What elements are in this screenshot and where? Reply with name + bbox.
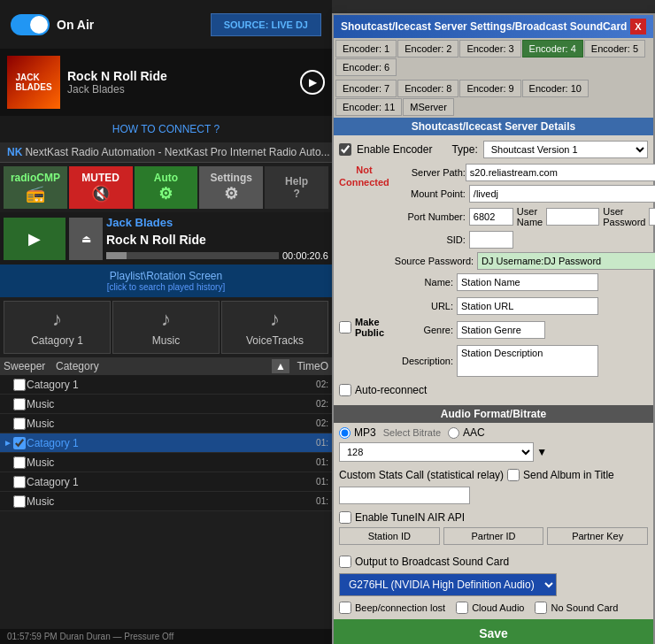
media-btn-2[interactable]: ♪ VoiceTracks bbox=[221, 301, 328, 354]
how-to-connect[interactable]: HOW TO CONNECT ? bbox=[0, 116, 332, 142]
encoder-tab-10[interactable]: Encoder: 10 bbox=[522, 80, 589, 97]
bitrate-select[interactable]: 128 bbox=[339, 442, 534, 462]
mount-point-input[interactable] bbox=[469, 185, 655, 203]
user-name-input[interactable] bbox=[546, 208, 599, 226]
transport-play-button[interactable]: ▶ bbox=[4, 218, 66, 260]
table-row[interactable]: Catagory 1 02: bbox=[0, 375, 332, 395]
port-input[interactable] bbox=[469, 208, 513, 226]
media-icon-2: ♪ bbox=[270, 308, 280, 331]
dialog-titlebar: Shoutcast/Icecast Server Settings/Broadc… bbox=[334, 15, 653, 38]
scroll-up-button[interactable]: ▲ bbox=[272, 359, 289, 373]
auto-reconnect-checkbox[interactable] bbox=[339, 384, 351, 396]
audio-format-body: MP3 Select Bitrate AAC 128 ▼ bbox=[334, 423, 653, 465]
row-time: 02: bbox=[295, 399, 328, 409]
name-row: Name: bbox=[391, 273, 598, 291]
aac-radio[interactable] bbox=[448, 427, 459, 439]
encoder-tab-mserver[interactable]: MServer bbox=[403, 98, 454, 116]
user-password-label: User Password bbox=[603, 206, 645, 227]
custom-stats-input[interactable] bbox=[339, 487, 470, 504]
playlist-screen[interactable]: Playlist\Rotation Screen [click to searc… bbox=[0, 264, 332, 297]
encoder-tab-5[interactable]: Encoder: 5 bbox=[584, 40, 645, 58]
nextkast-text: NextKast Radio Automation - NextKast Pro… bbox=[25, 146, 329, 158]
col-time: TimeO bbox=[293, 360, 328, 372]
genre-input[interactable] bbox=[457, 321, 545, 339]
encoder-tab-2[interactable]: Encoder: 2 bbox=[397, 40, 458, 58]
description-input[interactable]: Station Description bbox=[457, 345, 598, 377]
station-id-button[interactable]: Station ID bbox=[339, 527, 440, 545]
partner-id-button[interactable]: Partner ID bbox=[443, 527, 544, 545]
broadcast-device-select[interactable]: G276HL (NVIDIA High Definition Audio) bbox=[339, 573, 557, 596]
transport-stop-button[interactable]: ⏏ bbox=[69, 218, 103, 260]
table-row[interactable]: ► Catagory 1 01: bbox=[0, 433, 332, 453]
genre-label: Genre: bbox=[391, 325, 453, 335]
row-label: Music bbox=[27, 398, 295, 410]
bottom-status: 01:57:59 PM Duran Duran — Pressure Off bbox=[0, 629, 332, 644]
encoder-tabs: Encoder: 1 Encoder: 2 Encoder: 3 Encoder… bbox=[334, 38, 653, 78]
send-album-checkbox[interactable] bbox=[507, 469, 520, 481]
tunein-ids-row: Station ID Partner ID Partner Key bbox=[339, 527, 648, 545]
playlist-rows: Catagory 1 02: Music 02: Music 02: ► Cat… bbox=[0, 375, 332, 511]
row-checkbox[interactable] bbox=[12, 456, 27, 469]
beep-row: Beep/connection lost Cloud Audio No Soun… bbox=[334, 598, 653, 617]
save-button[interactable]: Save bbox=[334, 619, 653, 644]
table-row[interactable]: Catagory 1 01: bbox=[0, 472, 332, 492]
enable-encoder-checkbox[interactable] bbox=[339, 143, 351, 156]
row-checkbox[interactable] bbox=[12, 495, 27, 508]
broadcast-select-row: G276HL (NVIDIA High Definition Audio) bbox=[334, 571, 653, 598]
row-checkbox[interactable] bbox=[12, 437, 27, 449]
row-checkbox[interactable] bbox=[12, 398, 27, 410]
mp3-radio[interactable] bbox=[339, 427, 351, 439]
muted-button[interactable]: MUTED 🔇 bbox=[69, 166, 133, 209]
on-air-toggle[interactable] bbox=[11, 14, 50, 35]
encoder-tab-8[interactable]: Encoder: 8 bbox=[397, 80, 458, 97]
type-select[interactable]: Shoutcast Version 1 bbox=[483, 141, 648, 158]
help-button[interactable]: Help ? bbox=[265, 166, 328, 209]
server-path-row: Server Path: bbox=[395, 164, 655, 181]
partner-key-button[interactable]: Partner Key bbox=[547, 527, 648, 545]
radio-cmp-button[interactable]: radioCMP 📻 bbox=[4, 166, 67, 209]
media-btn-0[interactable]: ♪ Catagory 1 bbox=[4, 301, 111, 354]
cloud-audio-checkbox[interactable] bbox=[456, 602, 468, 614]
auto-button[interactable]: Auto ⚙ bbox=[135, 166, 198, 209]
play-button[interactable]: ▶ bbox=[300, 70, 325, 95]
url-input[interactable] bbox=[457, 297, 598, 315]
media-icon-0: ♪ bbox=[52, 308, 62, 331]
cloud-audio-label: Cloud Audio bbox=[472, 602, 524, 613]
source-pass-input[interactable] bbox=[477, 252, 655, 270]
media-btn-1[interactable]: ♪ Music bbox=[112, 301, 220, 354]
url-label: URL: bbox=[391, 301, 453, 311]
settings-button[interactable]: Settings ⚙ bbox=[199, 166, 263, 209]
send-album-label: Send Album in Title bbox=[523, 469, 614, 481]
table-row[interactable]: Music 01: bbox=[0, 453, 332, 472]
broadcast-checkbox[interactable] bbox=[339, 556, 351, 568]
tunein-label: Enable TuneIN AIR API bbox=[355, 511, 465, 524]
server-path-input[interactable] bbox=[466, 164, 655, 181]
tunein-row: Enable TuneIN AIR API bbox=[339, 511, 648, 524]
encoder-tab-6[interactable]: Encoder: 6 bbox=[335, 58, 397, 76]
source-button[interactable]: SOURCE: LIVE DJ bbox=[211, 13, 321, 36]
tunein-checkbox[interactable] bbox=[339, 511, 351, 524]
controls-bar: radioCMP 📻 MUTED 🔇 Auto ⚙ Settings ⚙ Hel… bbox=[0, 163, 332, 212]
dialog: Shoutcast/Icecast Server Settings/Broadc… bbox=[332, 13, 655, 644]
row-checkbox[interactable] bbox=[12, 476, 27, 488]
table-row[interactable]: Music 02: bbox=[0, 395, 332, 414]
user-password-input[interactable] bbox=[649, 208, 655, 226]
row-checkbox[interactable] bbox=[12, 379, 27, 391]
encoder-tab-7[interactable]: Encoder: 7 bbox=[335, 80, 397, 97]
encoder-tab-1[interactable]: Encoder: 1 bbox=[335, 40, 397, 58]
encoder-tab-9[interactable]: Encoder: 9 bbox=[459, 80, 520, 97]
on-air-label: On Air bbox=[57, 18, 94, 32]
sid-input[interactable] bbox=[469, 231, 513, 249]
encoder-tab-3[interactable]: Encoder: 3 bbox=[459, 40, 520, 58]
table-row[interactable]: Music 01: bbox=[0, 492, 332, 511]
no-sound-card-checkbox[interactable] bbox=[535, 602, 547, 614]
transport: ▶ ⏏ Jack Blades Rock N Roll Ride 00:00:2… bbox=[0, 212, 332, 264]
encoder-tab-4[interactable]: Encoder: 4 bbox=[522, 40, 583, 58]
beep-checkbox[interactable] bbox=[339, 602, 351, 614]
table-row[interactable]: Music 02: bbox=[0, 414, 332, 433]
row-checkbox[interactable] bbox=[12, 418, 27, 430]
encoder-tab-11[interactable]: Encoder: 11 bbox=[335, 98, 402, 116]
make-public-checkbox[interactable] bbox=[339, 321, 351, 334]
name-input[interactable] bbox=[457, 273, 598, 291]
dialog-close-button[interactable]: X bbox=[630, 19, 646, 34]
